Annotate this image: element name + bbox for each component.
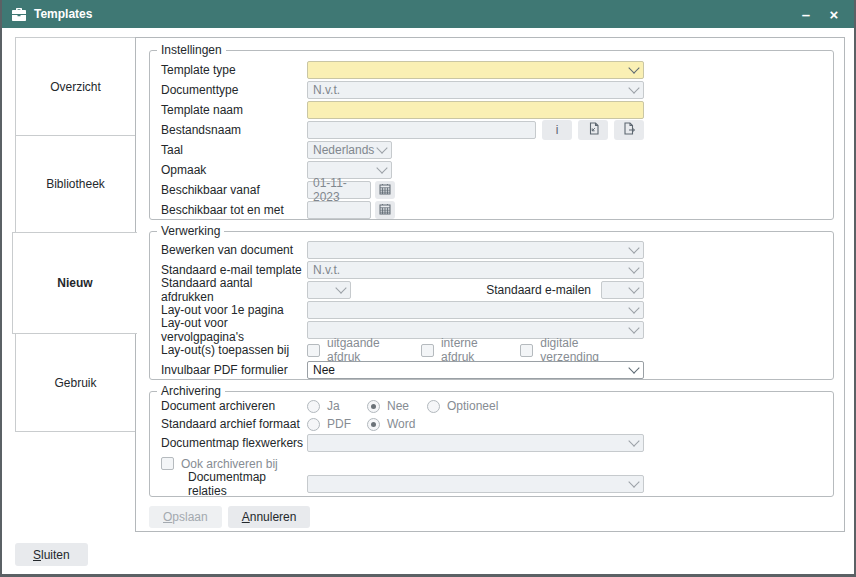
info-button[interactable]: i — [542, 120, 572, 140]
radio-optioneel[interactable]: Optioneel — [427, 399, 498, 413]
import-document-icon — [587, 122, 600, 138]
row-invulbaar-pdf: Invulbaar PDF formulier Nee — [150, 360, 833, 380]
bewerken-document-select[interactable] — [307, 241, 644, 259]
sluiten-button[interactable]: Sluiten — [15, 543, 88, 566]
info-icon: i — [556, 123, 559, 137]
email-template-value: N.v.t. — [313, 263, 340, 277]
briefcase-icon — [12, 8, 26, 21]
bestandsnaam-input — [307, 121, 536, 139]
checkbox-icon — [307, 344, 320, 357]
row-documentmap-relaties: Documentmap relaties — [150, 474, 833, 494]
row-aantal-afdrukken: Standaard aantal afdrukken Standaard e-m… — [150, 280, 833, 300]
standaard-emailen-select[interactable] — [601, 281, 644, 299]
radio-nee[interactable]: Nee — [367, 399, 427, 413]
radio-ja[interactable]: Ja — [307, 399, 367, 413]
invulbaar-pdf-label: Invulbaar PDF formulier — [161, 363, 307, 377]
row-documenttype: Documenttype N.v.t. — [150, 80, 833, 100]
chevron-down-icon — [628, 302, 639, 313]
invulbaar-pdf-select[interactable]: Nee — [307, 361, 644, 379]
opslaan-button[interactable]: Opslaan — [149, 506, 222, 528]
documentmap-flexwerkers-select[interactable] — [307, 434, 644, 452]
radio-label: Optioneel — [447, 399, 498, 413]
import-document-button[interactable] — [578, 120, 608, 140]
row-taal: Taal Nederlands — [150, 140, 833, 160]
close-icon[interactable]: × — [820, 0, 848, 28]
beschikbaar-vanaf-label: Beschikbaar vanaf — [161, 183, 307, 197]
documenttype-value: N.v.t. — [313, 83, 340, 97]
email-template-label: Standaard e-mail template — [161, 263, 307, 277]
checkbox-icon — [421, 344, 434, 357]
minimize-icon[interactable]: – — [792, 0, 820, 28]
template-naam-input[interactable] — [307, 101, 644, 119]
radio-checked-icon — [367, 400, 380, 413]
radio-icon — [307, 400, 320, 413]
annuleren-button-label: Annuleren — [242, 510, 297, 524]
radio-checked-icon — [367, 418, 380, 431]
chevron-down-icon — [628, 476, 639, 487]
export-document-button[interactable] — [614, 120, 644, 140]
checkbox-digitale-verzending[interactable]: digitale verzending — [520, 336, 630, 364]
chevron-down-icon — [628, 242, 639, 253]
templates-dialog: Templates – × Overzicht Bibliotheek Nieu… — [0, 0, 856, 577]
checkbox-interne-afdruk[interactable]: interne afdruk — [421, 336, 506, 364]
titlebar: Templates – × — [2, 0, 854, 28]
taal-label: Taal — [161, 143, 307, 157]
row-template-naam: Template naam — [150, 100, 833, 120]
aantal-afdrukken-label: Standaard aantal afdrukken — [161, 276, 307, 304]
chevron-down-icon — [376, 142, 387, 153]
template-naam-label: Template naam — [161, 103, 307, 117]
main-panel: Instellingen Template type Documenttype … — [135, 37, 845, 532]
group-instellingen-legend: Instellingen — [157, 43, 226, 57]
beschikbaar-tot-input — [307, 201, 371, 219]
checkbox-ook-archiveren[interactable]: Ook archiveren bij — [161, 457, 278, 471]
tab-bibliotheek[interactable]: Bibliotheek — [15, 135, 136, 233]
row-opmaak: Opmaak — [150, 160, 833, 180]
chevron-down-icon — [628, 362, 639, 373]
chevron-down-icon — [628, 262, 639, 273]
beschikbaar-vanaf-value: 01-11-2023 — [313, 176, 365, 204]
row-document-archiveren: Document archiveren Ja Nee Optioneel — [150, 397, 833, 415]
tab-overzicht[interactable]: Overzicht — [15, 37, 136, 136]
group-verwerking-legend: Verwerking — [157, 224, 224, 238]
row-archief-formaat: Standaard archief formaat PDF Word — [150, 415, 833, 433]
documentmap-relaties-label: Documentmap relaties — [161, 470, 307, 498]
checkbox-uitgaande-afdruk[interactable]: uitgaande afdruk — [307, 336, 407, 364]
row-template-type: Template type — [150, 60, 833, 80]
documenttype-label: Documenttype — [161, 83, 307, 97]
checkbox-label: uitgaande afdruk — [327, 336, 407, 364]
panel-footer: Opslaan Annuleren — [149, 506, 310, 528]
archief-formaat-label: Standaard archief formaat — [161, 417, 307, 431]
chevron-down-icon — [628, 282, 639, 293]
radio-pdf[interactable]: PDF — [307, 417, 367, 431]
window-title: Templates — [34, 7, 92, 21]
documenttype-select: N.v.t. — [307, 81, 644, 99]
checkbox-icon — [520, 344, 533, 357]
template-type-select[interactable] — [307, 61, 644, 79]
layout-vervolg-label: Lay-out voor vervolgpagina's — [161, 316, 307, 344]
group-instellingen: Instellingen Template type Documenttype … — [149, 50, 834, 220]
email-template-select[interactable]: N.v.t. — [307, 261, 644, 279]
calendar-icon — [379, 183, 391, 198]
radio-icon — [307, 418, 320, 431]
tab-nieuw[interactable]: Nieuw — [12, 232, 137, 334]
sluiten-button-label: Sluiten — [33, 548, 70, 562]
tab-gebruik[interactable]: Gebruik — [15, 333, 136, 432]
calendar-button[interactable] — [375, 201, 395, 219]
radio-label: Nee — [387, 399, 409, 413]
calendar-button[interactable] — [375, 181, 395, 199]
radio-label: Ja — [327, 399, 340, 413]
bestandsnaam-label: Bestandsnaam — [161, 123, 307, 137]
radio-word[interactable]: Word — [367, 417, 415, 431]
chevron-down-icon — [628, 82, 639, 93]
invulbaar-pdf-value: Nee — [313, 363, 335, 377]
layout-toepassen-label: Lay-out(s) toepassen bij — [161, 343, 307, 357]
aantal-afdrukken-select[interactable] — [307, 281, 351, 299]
row-beschikbaar-vanaf: Beschikbaar vanaf 01-11-2023 — [150, 180, 833, 200]
group-verwerking: Verwerking Bewerken van document Standaa… — [149, 231, 834, 380]
row-documentmap-flexwerkers: Documentmap flexwerkers — [150, 433, 833, 453]
annuleren-button[interactable]: Annuleren — [228, 506, 311, 528]
layout-1e-pagina-select[interactable] — [307, 301, 644, 319]
documentmap-relaties-select[interactable] — [307, 475, 644, 493]
checkbox-label: interne afdruk — [441, 336, 506, 364]
document-archiveren-label: Document archiveren — [161, 399, 307, 413]
